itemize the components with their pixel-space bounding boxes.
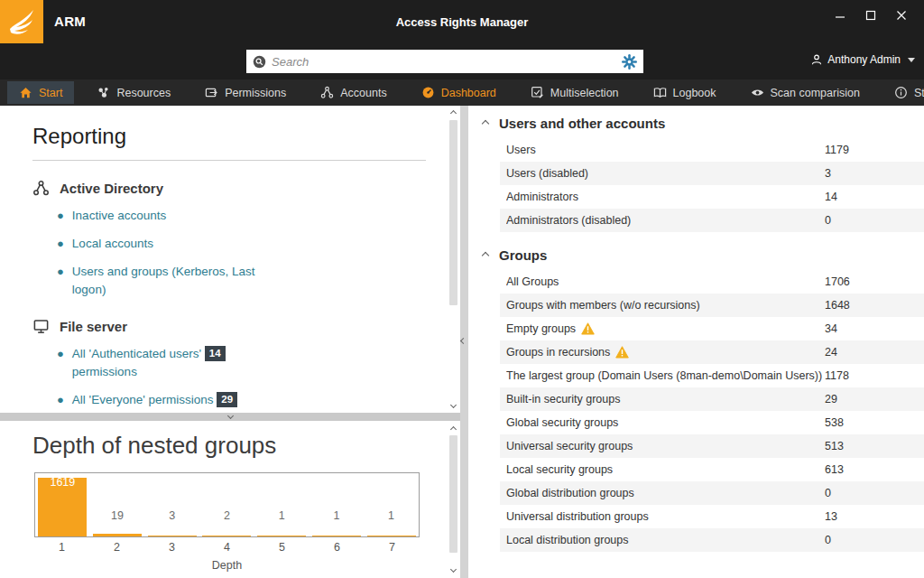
bar-value-label: 3: [144, 509, 199, 522]
table-row[interactable]: Users1179: [500, 138, 924, 162]
bar-value-label: 1: [254, 509, 310, 522]
table-row[interactable]: Local distribution groups0: [500, 528, 924, 552]
table-row[interactable]: Administrators14: [500, 185, 924, 209]
table-row[interactable]: The largest group (Domain Users (8man-de…: [500, 364, 924, 387]
window-title: Access Rights Manager: [0, 15, 924, 29]
tab-status[interactable]: Status: [882, 81, 924, 104]
bar: [148, 536, 197, 536]
bar-slot: 1: [254, 473, 310, 536]
search-icon: [253, 55, 266, 69]
chart-x-axis-labels: 1234567: [34, 541, 420, 554]
reporting-scrollbar[interactable]: [448, 109, 458, 409]
tab-resources[interactable]: Resources: [85, 81, 182, 104]
tab-logbook[interactable]: Logbook: [642, 81, 728, 104]
section-header-groups[interactable]: Groups: [483, 247, 924, 263]
scroll-up-arrow[interactable]: [449, 110, 456, 117]
scrollbar-thumb[interactable]: [449, 120, 457, 305]
x-tick-label: 1: [34, 541, 89, 554]
bar-value-label: 1619: [35, 476, 90, 489]
tab-permissions[interactable]: Permissions: [193, 81, 298, 104]
tab-dashboard[interactable]: Dashboard: [410, 81, 508, 104]
bar-slot: 1619: [35, 473, 90, 536]
x-tick-label: 4: [199, 541, 254, 554]
table-row[interactable]: Users (disabled)3: [500, 162, 924, 185]
table-row[interactable]: Built-in security groups29: [500, 387, 924, 411]
groups-stats-table: All Groups1706 Groups with members (w/o …: [500, 270, 924, 552]
info-icon: [894, 86, 908, 99]
user-menu[interactable]: Anthony Admin: [810, 53, 915, 66]
table-row[interactable]: Universal distribution groups13: [500, 505, 924, 528]
chart-panel: Depth of nested groups 16191932111 12345…: [0, 421, 460, 578]
scroll-up-arrow[interactable]: [449, 426, 456, 433]
table-row[interactable]: Groups with members (w/o recursions)1648: [500, 294, 924, 317]
close-button[interactable]: [886, 4, 917, 27]
table-row[interactable]: Global distribution groups0: [500, 481, 924, 505]
chart-scrollbar[interactable]: [448, 425, 458, 573]
bullet-icon: ●: [57, 263, 64, 299]
section-active-directory: Active Directory: [32, 180, 460, 197]
minimize-button[interactable]: [825, 4, 855, 27]
bar-slot: 19: [90, 473, 145, 536]
bar-value-label: 19: [90, 509, 145, 522]
collapse-up-icon[interactable]: [482, 119, 489, 126]
user-name: Anthony Admin: [827, 53, 901, 66]
share-nodes-icon: [320, 86, 334, 99]
search-box[interactable]: [246, 50, 643, 73]
search-input[interactable]: [272, 55, 622, 69]
bar-value-label: 1: [310, 509, 365, 522]
users-stats-table: Users1179 Users (disabled)3 Administrato…: [500, 138, 924, 232]
table-row[interactable]: Empty groups 34: [500, 317, 924, 340]
tab-scan-comparison[interactable]: Scan comparision: [739, 81, 872, 104]
x-tick-label: 5: [254, 541, 310, 554]
table-row[interactable]: Administrators (disabled)0: [500, 209, 924, 232]
report-link-authenticated-users-permissions[interactable]: ● All 'Authenticated users' 14 permissio…: [57, 345, 291, 381]
tab-accounts[interactable]: Accounts: [309, 81, 398, 104]
permissions-icon: [205, 86, 218, 99]
bar: [367, 536, 416, 536]
table-row[interactable]: Groups in recursions 24: [500, 340, 924, 364]
bar-value-label: 1: [364, 509, 419, 522]
section-file-server: File server: [32, 318, 460, 335]
x-tick-label: 6: [310, 541, 365, 554]
table-row[interactable]: All Groups1706: [500, 270, 924, 294]
chart-title: Depth of nested groups: [32, 432, 460, 460]
collapse-left-icon[interactable]: [460, 338, 467, 344]
table-row[interactable]: Universal security groups513: [500, 434, 924, 458]
scroll-down-arrow[interactable]: [449, 566, 456, 573]
collapse-up-icon[interactable]: [482, 251, 489, 258]
eye-icon: [751, 86, 764, 99]
divider: [32, 160, 426, 161]
search-settings-gear-icon[interactable]: [622, 54, 637, 70]
count-badge: 29: [217, 392, 237, 407]
tab-start[interactable]: Start: [7, 81, 74, 104]
report-link-local-accounts[interactable]: ● Local accounts: [57, 235, 291, 253]
vertical-splitter[interactable]: [460, 106, 468, 578]
collapse-down-icon[interactable]: [226, 412, 233, 418]
x-tick-label: 3: [144, 541, 199, 554]
home-icon: [19, 86, 32, 99]
report-link-everyone-permissions[interactable]: ● All 'Everyone' permissions 29: [57, 391, 291, 409]
horizontal-splitter[interactable]: [0, 413, 460, 421]
resources-icon: [97, 86, 110, 99]
bar-slot: 1: [364, 473, 419, 536]
bullet-icon: ●: [57, 391, 64, 409]
section-header-users[interactable]: Users and other accounts: [483, 116, 924, 131]
warning-icon: [615, 346, 629, 359]
warning-icon: [581, 322, 595, 335]
scroll-down-arrow[interactable]: [449, 402, 456, 408]
bar-slot: 2: [199, 473, 254, 536]
table-row[interactable]: Global security groups538: [500, 411, 924, 434]
maximize-button[interactable]: [855, 4, 886, 27]
tab-multiselection[interactable]: Multiselection: [519, 81, 631, 104]
bar-value-label: 2: [199, 509, 254, 522]
bar: [257, 536, 306, 536]
table-row[interactable]: Local security groups613: [500, 458, 924, 481]
title-bar: ARM Access Rights Manager: [0, 0, 924, 43]
scrollbar-thumb[interactable]: [449, 435, 457, 553]
checkbox-edit-icon: [531, 86, 544, 99]
reporting-title: Reporting: [32, 124, 460, 149]
bar: [312, 536, 361, 536]
count-badge: 14: [205, 346, 226, 361]
report-link-users-groups-kerberos[interactable]: ● Users and groups (Kerberos, Last logon…: [57, 263, 291, 299]
report-link-inactive-accounts[interactable]: ● Inactive accounts: [57, 207, 291, 225]
